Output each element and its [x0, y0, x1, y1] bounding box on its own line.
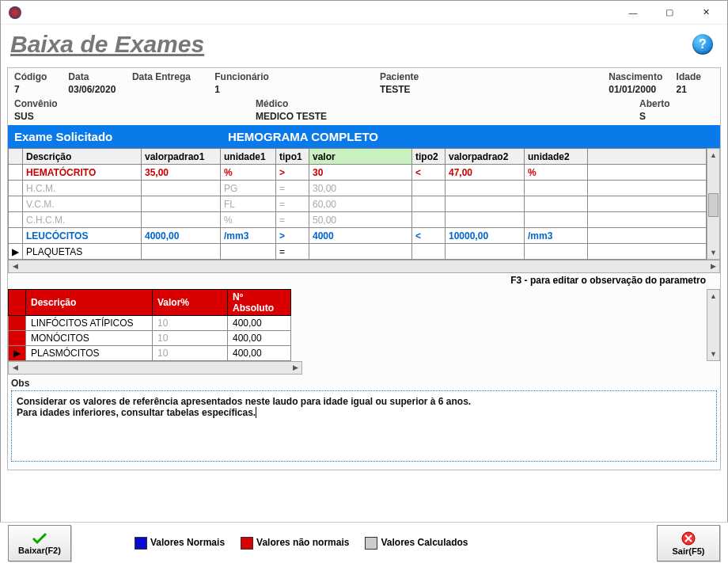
window-close-button[interactable]: ✕	[688, 1, 724, 25]
cell-vp1[interactable]: 35,00	[142, 165, 221, 181]
table-row[interactable]: MONÓCITOS10400,00	[9, 331, 291, 346]
cell-vp1[interactable]	[142, 244, 221, 260]
cell-u2[interactable]: %	[525, 165, 588, 181]
cell-vp1[interactable]	[142, 181, 221, 196]
sair-button[interactable]: Sair(F5)	[657, 525, 720, 561]
cell-vp2[interactable]: 10000,00	[446, 228, 525, 244]
cell-descricao[interactable]: LINFÓCITOS ATÍPICOS	[26, 316, 153, 331]
table-row[interactable]: V.C.M.FL=60,00	[9, 196, 707, 212]
cell-valor[interactable]: 4000	[309, 228, 412, 244]
cell-u1[interactable]: %	[221, 212, 276, 228]
table-row[interactable]: HEMATÓCRITO35,00%>30<47,00%	[9, 165, 707, 181]
col-tipo2[interactable]: tipo2	[412, 149, 446, 165]
cell-valor[interactable]: 60,00	[309, 196, 412, 212]
scroll-right-icon[interactable]: ▶	[707, 261, 719, 272]
col-unidade2[interactable]: unidade2	[525, 149, 588, 165]
scroll-down-icon[interactable]: ▼	[707, 348, 719, 360]
window-minimize-button[interactable]: —	[615, 1, 651, 25]
cell-u2[interactable]: /mm3	[525, 228, 588, 244]
cell-descricao[interactable]: LEUCÓCITOS	[23, 228, 142, 244]
scroll-thumb[interactable]	[708, 193, 719, 217]
scroll-up-icon[interactable]: ▲	[707, 149, 719, 162]
cell-nabs[interactable]: 400,00	[228, 346, 291, 361]
cell-descricao[interactable]: V.C.M.	[23, 196, 142, 212]
cell-u1[interactable]: PG	[221, 181, 276, 196]
col-valorpadrao2[interactable]: valorpadrao2	[446, 149, 525, 165]
cell-u1[interactable]: %	[221, 165, 276, 181]
value-funcionario: 1	[214, 84, 380, 95]
obs-textarea[interactable]: Considerar os valores de referência apre…	[11, 390, 717, 462]
cell-descricao[interactable]: C.H.C.M.	[23, 212, 142, 228]
cell-vp1[interactable]	[142, 212, 221, 228]
scroll-left-icon[interactable]: ◀	[9, 362, 21, 374]
cell-valor[interactable]: 30	[309, 165, 412, 181]
table-row[interactable]: H.C.M.PG=30,00	[9, 181, 707, 196]
scroll-down-icon[interactable]: ▼	[707, 246, 719, 259]
cell-valor[interactable]	[309, 244, 412, 260]
horizontal-scrollbar[interactable]: ◀ ▶	[8, 260, 720, 273]
cell-t1[interactable]: =	[276, 181, 309, 196]
scroll-up-icon[interactable]: ▲	[707, 290, 719, 302]
table-row[interactable]: LINFÓCITOS ATÍPICOS10400,00	[9, 316, 291, 331]
cell-u1[interactable]: FL	[221, 196, 276, 212]
help-button[interactable]: ?	[692, 34, 713, 55]
col-valorpadrao1[interactable]: valorpadrao1	[142, 149, 221, 165]
sub-col-valorpct[interactable]: Valor%	[153, 290, 228, 316]
cell-t2[interactable]	[412, 212, 446, 228]
cell-nabs[interactable]: 400,00	[228, 331, 291, 346]
cell-t2[interactable]	[412, 244, 446, 260]
table-row[interactable]: ▶PLASMÓCITOS10400,00	[9, 346, 291, 361]
cell-u2[interactable]	[525, 181, 588, 196]
cell-t2[interactable]: <	[412, 228, 446, 244]
cell-descricao[interactable]: H.C.M.	[23, 181, 142, 196]
cell-descricao[interactable]: PLASMÓCITOS	[26, 346, 153, 361]
cell-descricao[interactable]: MONÓCITOS	[26, 331, 153, 346]
col-descricao[interactable]: Descrição	[23, 149, 142, 165]
cell-u1[interactable]	[221, 244, 276, 260]
sub-vertical-scrollbar[interactable]: ▲ ▼	[707, 289, 720, 361]
cell-vp2[interactable]	[446, 181, 525, 196]
sub-col-descricao[interactable]: Descrição	[26, 290, 153, 316]
cell-t1[interactable]: >	[276, 228, 309, 244]
cell-nabs[interactable]: 400,00	[228, 316, 291, 331]
exame-grid[interactable]: Descrição valorpadrao1 unidade1 tipo1 va…	[8, 148, 707, 260]
table-row[interactable]: ▶PLAQUETAS=	[9, 244, 707, 260]
cell-vp2[interactable]: 47,00	[446, 165, 525, 181]
scroll-right-icon[interactable]: ▶	[289, 362, 301, 374]
cell-u1[interactable]: /mm3	[221, 228, 276, 244]
sub-grid[interactable]: Descrição Valor% Nº Absoluto LINFÓCITOS …	[8, 289, 291, 361]
cell-u2[interactable]	[525, 244, 588, 260]
table-row[interactable]: C.H.C.M.%=50,00	[9, 212, 707, 228]
cell-vp1[interactable]: 4000,00	[142, 228, 221, 244]
window-maximize-button[interactable]: ▢	[651, 1, 688, 25]
cell-t2[interactable]	[412, 181, 446, 196]
cell-valor[interactable]: 30,00	[309, 181, 412, 196]
cell-valorpct[interactable]: 10	[153, 331, 228, 346]
vertical-scrollbar[interactable]: ▲ ▼	[707, 148, 720, 260]
cell-vp2[interactable]	[446, 212, 525, 228]
cell-t1[interactable]: =	[276, 212, 309, 228]
baixar-button[interactable]: Baixar(F2)	[8, 525, 71, 561]
cell-t2[interactable]	[412, 196, 446, 212]
cell-vp2[interactable]	[446, 196, 525, 212]
col-unidade1[interactable]: unidade1	[221, 149, 276, 165]
sub-horizontal-scrollbar[interactable]: ◀ ▶	[8, 361, 302, 375]
cell-vp2[interactable]	[446, 244, 525, 260]
sub-col-nabs[interactable]: Nº Absoluto	[228, 290, 291, 316]
col-valor[interactable]: valor	[309, 149, 412, 165]
cell-t2[interactable]: <	[412, 165, 446, 181]
cell-valor[interactable]: 50,00	[309, 212, 412, 228]
cell-vp1[interactable]	[142, 196, 221, 212]
cell-valorpct[interactable]: 10	[153, 316, 228, 331]
cell-u2[interactable]	[525, 196, 588, 212]
table-row[interactable]: LEUCÓCITOS4000,00/mm3>4000<10000,00/mm3	[9, 228, 707, 244]
cell-u2[interactable]	[525, 212, 588, 228]
cell-descricao[interactable]: HEMATÓCRITO	[23, 165, 142, 181]
col-tipo1[interactable]: tipo1	[276, 149, 309, 165]
cell-t1[interactable]: =	[276, 244, 309, 260]
scroll-left-icon[interactable]: ◀	[9, 261, 21, 272]
cell-valorpct[interactable]: 10	[153, 346, 228, 361]
cell-descricao[interactable]: PLAQUETAS	[23, 244, 142, 260]
cell-t1[interactable]: =	[276, 196, 309, 212]
cell-t1[interactable]: >	[276, 165, 309, 181]
